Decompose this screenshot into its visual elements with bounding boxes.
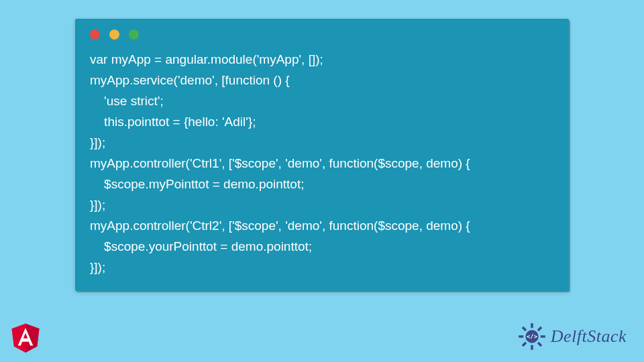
code-block: var myApp = angular.module('myApp', []);… [90,49,554,278]
angular-logo-icon [9,320,42,354]
svg-rect-8 [521,342,526,347]
svg-rect-6 [537,342,541,347]
code-window: var myApp = angular.module('myApp', []);… [75,19,569,291]
brand-badge-icon: </> [517,322,547,351]
brand: </> DelftStack [517,322,627,351]
brand-name: DelftStack [551,326,627,347]
maximize-icon [129,29,139,40]
window-dots [90,29,554,40]
svg-rect-9 [519,335,523,338]
svg-rect-10 [521,326,526,331]
svg-rect-7 [531,345,533,350]
svg-rect-3 [531,323,533,328]
close-icon [90,29,100,40]
svg-rect-4 [537,326,541,331]
page: var myApp = angular.module('myApp', []);… [0,0,644,362]
svg-rect-5 [540,335,545,338]
svg-text:</>: </> [527,333,537,340]
minimize-icon [109,29,119,40]
svg-marker-1 [25,324,40,353]
